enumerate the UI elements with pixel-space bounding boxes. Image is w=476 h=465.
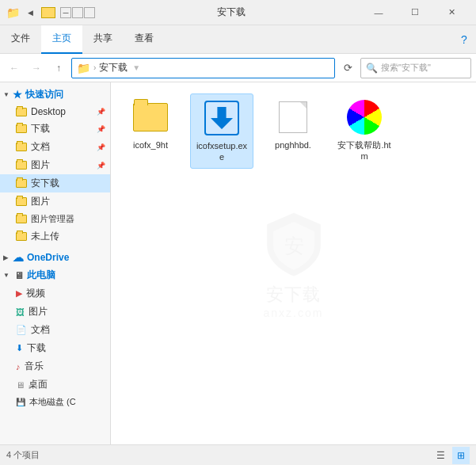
close-button[interactable]: ✕: [433, 0, 470, 25]
sidebar-label-notupload: 未上传: [31, 230, 59, 243]
file-item-png[interactable]: pnghhbd.: [261, 93, 325, 169]
title-bar: 📁 ◀ — 安下载 — ☐ ✕: [0, 0, 476, 25]
file-item-folder[interactable]: icofx_9ht: [119, 93, 182, 169]
sidebar-item-pics2[interactable]: 图片: [0, 192, 110, 211]
sidebar-item-notupload[interactable]: 未上传: [0, 227, 110, 246]
pin-icon: 📌: [97, 143, 105, 151]
file-label-exe: icofxsetup.exe: [194, 140, 249, 163]
forward-button[interactable]: →: [27, 59, 46, 78]
watermark: 安 安下载 anxz.com: [258, 208, 329, 319]
exe-arrow-icon: [211, 107, 233, 129]
sidebar-label-downloads: 下载: [27, 341, 46, 355]
sidebar-item-download[interactable]: 下载 📌: [0, 120, 110, 138]
maximize-button[interactable]: ☐: [397, 0, 433, 25]
sidebar-item-hdd-c[interactable]: 💾 本地磁盘 (C: [0, 394, 110, 410]
back-icon[interactable]: ◀: [24, 6, 36, 19]
sidebar-label-desktop2: 桌面: [29, 378, 48, 391]
sidebar-item-picmgr[interactable]: 图片管理器: [0, 211, 110, 227]
file-content-area: 安 安下载 anxz.com icofx_9ht icofxsetup.exe: [111, 82, 476, 444]
folder-icon: [16, 197, 27, 206]
search-icon: 🔍: [366, 63, 378, 74]
thispc-label: 此电脑: [27, 269, 55, 282]
minimize-mini[interactable]: —: [60, 7, 71, 18]
address-folder-icon: 📁: [77, 62, 90, 74]
video-icon: ▶: [16, 288, 22, 299]
expand-mini[interactable]: [84, 7, 95, 18]
exe-icon-wrapper: [203, 99, 241, 137]
png-page-icon: [279, 101, 307, 133]
svg-text:安: 安: [284, 235, 303, 257]
sidebar-label-pics: 图片: [31, 158, 50, 172]
sidebar-label-video: 视频: [26, 287, 45, 300]
tab-share[interactable]: 共享: [82, 25, 124, 54]
thispc-header[interactable]: ▼ 🖥 此电脑: [0, 266, 110, 284]
sidebar-item-downloads[interactable]: ⬇ 下载: [0, 339, 110, 357]
watermark-text: 安下载: [266, 283, 321, 307]
desktop-icon: 🖥: [16, 380, 25, 390]
sidebar-item-music[interactable]: ♪ 音乐: [0, 357, 110, 375]
folder-icon: [16, 232, 27, 241]
onedrive-expand-arrow: ▶: [3, 254, 8, 261]
help-button[interactable]: ?: [452, 28, 476, 51]
tab-view[interactable]: 查看: [124, 25, 165, 54]
download-icon: ⬇: [16, 343, 23, 353]
document-icon: 📄: [16, 325, 27, 335]
folder-icon-wrapper: [131, 98, 169, 136]
back-button[interactable]: ←: [5, 59, 24, 78]
address-bar: ← → ↑ 📁 › 安下载 ▼ ⟳ 🔍 搜索"安下载": [0, 54, 476, 82]
view-grid-button[interactable]: ⊞: [452, 447, 470, 464]
sidebar-label-documents: 文档: [31, 323, 50, 337]
sidebar-label-picmgr: 图片管理器: [31, 213, 74, 225]
search-box[interactable]: 🔍 搜索"安下载": [360, 58, 471, 78]
sidebar-item-docs[interactable]: 文档 📌: [0, 138, 110, 156]
sidebar-label-desktop: Desktop: [31, 106, 66, 117]
sidebar-label-pictures: 图片: [29, 305, 48, 318]
tab-home[interactable]: 主页: [41, 25, 82, 54]
quickaccess-header[interactable]: ▼ ★ 快速访问: [0, 86, 110, 104]
sidebar-label-music: 音乐: [25, 360, 44, 373]
onedrive-header[interactable]: ▶ ☁ OneDrive: [0, 249, 110, 266]
ribbon: 文件 主页 共享 查看 ?: [0, 25, 476, 54]
sidebar-item-anxz[interactable]: 安下载: [0, 174, 110, 192]
tab-file[interactable]: 文件: [0, 25, 41, 54]
pin-icon: 📌: [97, 125, 105, 133]
pin-icon: 📌: [97, 162, 105, 170]
refresh-button[interactable]: ⟳: [338, 59, 357, 78]
address-chevron: ▼: [132, 63, 140, 72]
sidebar-label-docs: 文档: [31, 140, 50, 154]
png-corner: [300, 102, 307, 109]
file-label-folder: icofx_9ht: [133, 139, 168, 151]
watermark-subtext: anxz.com: [264, 307, 324, 319]
exe-icon: [204, 101, 239, 135]
search-placeholder: 搜索"安下载": [381, 62, 431, 74]
item-count: 4 个项目: [6, 449, 40, 461]
folder-icon: [16, 161, 27, 170]
cloud-icon: ☁: [13, 251, 24, 264]
view-controls: ☰ ⊞: [432, 447, 470, 464]
sidebar-item-documents[interactable]: 📄 文档: [0, 321, 110, 339]
sidebar-item-pictures[interactable]: 🖼 图片: [0, 303, 110, 321]
quickaccess-label: 快速访问: [25, 88, 63, 101]
onedrive-label: OneDrive: [27, 252, 69, 263]
sidebar-item-pics[interactable]: 图片 📌: [0, 156, 110, 174]
sidebar-item-desktop2[interactable]: 🖥 桌面: [0, 375, 110, 394]
big-folder-icon: [133, 103, 168, 131]
folder-icon: [16, 179, 27, 188]
hdd-icon: 💾: [16, 398, 25, 406]
file-item-htm[interactable]: 安下载帮助.htm: [333, 93, 396, 169]
sidebar-item-video[interactable]: ▶ 视频: [0, 284, 110, 303]
view-list-button[interactable]: ☰: [432, 447, 449, 464]
title-bar-icons: 📁 ◀ —: [6, 6, 95, 19]
sidebar-item-desktop[interactable]: Desktop 📌: [0, 104, 110, 120]
minimize-button[interactable]: —: [360, 0, 397, 25]
up-button[interactable]: ↑: [49, 59, 68, 78]
quick-access-icon[interactable]: 📁: [6, 6, 19, 19]
sidebar: ▼ ★ 快速访问 Desktop 📌 下载 📌 文档 📌 图片 📌 安下载: [0, 82, 111, 444]
address-path[interactable]: 📁 › 安下载 ▼: [71, 58, 335, 78]
restore-mini[interactable]: [72, 7, 83, 18]
file-item-exe[interactable]: icofxsetup.exe: [190, 93, 253, 169]
pin-icon: 📌: [97, 108, 105, 116]
quickaccess-arrow: ▼: [3, 91, 10, 98]
address-separator: ›: [93, 63, 96, 72]
colorful-icon: [347, 100, 382, 135]
